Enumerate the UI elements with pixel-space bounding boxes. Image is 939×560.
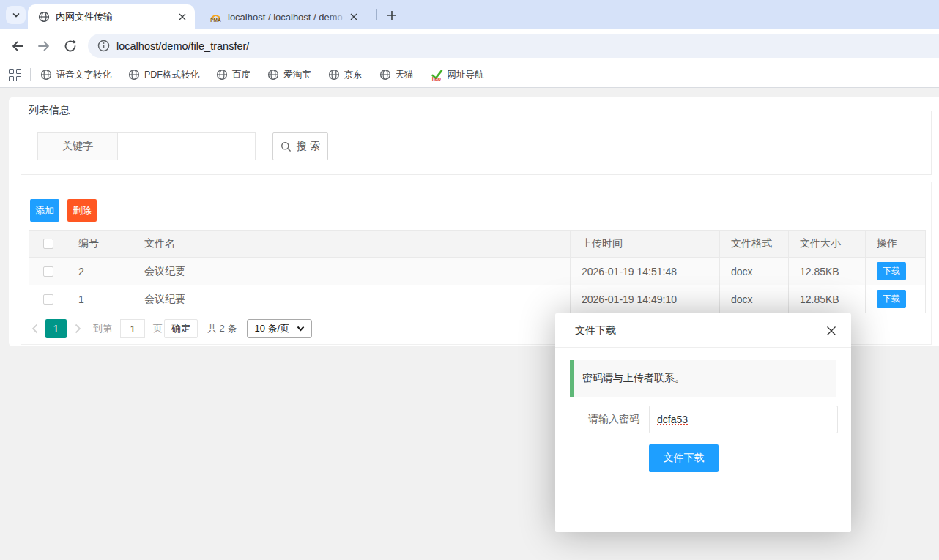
- magnifier-icon: [281, 141, 292, 152]
- row-checkbox[interactable]: [43, 266, 53, 277]
- bookmark-label: 语音文字转化: [56, 69, 111, 81]
- globe-icon: [328, 69, 340, 81]
- password-form-row: 请输入密码 dcfa53: [555, 406, 851, 433]
- main-card: 列表信息 关键字 搜 索 添加 删除: [9, 97, 939, 346]
- tab-search-button[interactable]: [6, 6, 26, 24]
- col-header-format: 文件格式: [720, 231, 789, 258]
- chevron-right-icon: [75, 324, 81, 334]
- download-button[interactable]: 下载: [877, 262, 906, 280]
- tab-close-icon[interactable]: [176, 10, 189, 23]
- chevron-down-icon: [12, 11, 21, 20]
- tab-file-transfer[interactable]: 内网文件传输: [28, 4, 195, 29]
- cell-uploaded: 2026-01-19 14:51:48: [571, 258, 720, 285]
- bookmark-item[interactable]: 百度: [216, 69, 250, 81]
- globe-favicon-icon: [38, 11, 50, 23]
- cell-size: 12.85KB: [789, 285, 866, 313]
- fieldset-legend: 列表信息: [21, 104, 77, 117]
- modal-download-button[interactable]: 文件下载: [649, 444, 719, 472]
- cell-size: 12.85KB: [789, 258, 866, 285]
- plus-icon: [387, 10, 397, 20]
- download-button[interactable]: 下载: [877, 290, 906, 308]
- page-content: 列表信息 关键字 搜 索 添加 删除: [0, 88, 939, 560]
- modal-close-button[interactable]: [824, 324, 839, 338]
- page-suffix-label: 页: [153, 322, 163, 335]
- cell-filename: 会议纪要: [133, 258, 571, 285]
- arrow-right-icon: [37, 39, 51, 53]
- chevron-down-icon: [297, 326, 305, 332]
- col-header-id: 编号: [67, 231, 133, 258]
- bookmarks-bar: 语音文字转化 PDF格式转化 百度 爱淘宝 京东 天猫 hao 网址导航: [0, 62, 939, 88]
- bookmark-item[interactable]: 天猫: [379, 69, 414, 81]
- password-label: 请输入密码: [585, 413, 639, 426]
- cell-id: 1: [67, 285, 133, 313]
- page-size-select[interactable]: 10 条/页: [247, 319, 312, 338]
- browser-toolbar: localhost/demo/file_transfer/: [0, 29, 939, 62]
- bookmark-item[interactable]: 语音文字转化: [40, 69, 111, 81]
- address-bar[interactable]: localhost/demo/file_transfer/: [88, 34, 939, 58]
- current-page-button[interactable]: 1: [45, 319, 67, 338]
- search-button[interactable]: 搜 索: [272, 132, 328, 160]
- goto-page-input[interactable]: [120, 319, 145, 338]
- bookmark-label: 百度: [232, 69, 250, 81]
- arrow-left-icon: [10, 39, 25, 53]
- total-count-label: 共 2 条: [207, 322, 237, 335]
- bookmark-label: 爱淘宝: [283, 69, 311, 81]
- x-icon: [179, 13, 186, 20]
- info-circle-icon[interactable]: [97, 40, 110, 52]
- password-value: dcfa53: [657, 414, 688, 425]
- table-row: 2 会议纪要 2026-01-19 14:51:48 docx 12.85KB …: [29, 258, 926, 285]
- x-icon: [826, 326, 836, 336]
- col-header-uploaded: 上传时间: [571, 231, 720, 258]
- svg-text:hao: hao: [431, 76, 440, 81]
- chevron-left-icon: [31, 324, 38, 334]
- new-tab-button[interactable]: [382, 6, 401, 24]
- goto-label: 到第: [93, 322, 112, 335]
- url-text: localhost/demo/file_transfer/: [116, 40, 249, 52]
- delete-button[interactable]: 删除: [67, 199, 97, 222]
- bookmark-item[interactable]: 爱淘宝: [267, 69, 311, 81]
- tab-phpmyadmin[interactable]: PMA localhost / localhost / demo: [199, 4, 366, 29]
- download-modal: 文件下载 密码请与上传者联系。 请输入密码 dcfa53 文件下载: [555, 313, 851, 532]
- table-header-row: 编号 文件名 上传时间 文件格式 文件大小 操作: [29, 231, 926, 258]
- tab-close-icon[interactable]: [347, 10, 360, 23]
- bookmark-item[interactable]: hao 网址导航: [431, 69, 484, 81]
- circular-arrow-icon: [63, 39, 78, 53]
- cell-id: 2: [67, 258, 133, 285]
- globe-icon: [216, 69, 228, 81]
- cell-format: docx: [720, 258, 789, 285]
- keyword-label: 关键字: [37, 132, 118, 160]
- password-input[interactable]: dcfa53: [649, 406, 838, 433]
- cell-format: docx: [720, 285, 789, 313]
- apps-grid-icon[interactable]: [9, 69, 21, 81]
- tab-title: localhost / localhost / demo: [228, 12, 347, 23]
- search-button-label: 搜 索: [297, 140, 320, 153]
- tab-title: 内网文件传输: [56, 10, 176, 23]
- bookmark-item[interactable]: PDF格式转化: [128, 69, 199, 81]
- forward-button[interactable]: [33, 35, 55, 57]
- svg-text:PMA: PMA: [210, 18, 221, 23]
- select-all-checkbox[interactable]: [43, 239, 53, 249]
- bookmark-item[interactable]: 京东: [328, 69, 363, 81]
- col-header-filename: 文件名: [133, 231, 571, 258]
- row-checkbox[interactable]: [43, 294, 53, 305]
- tab-strip: 内网文件传输 PMA localhost / localhost / demo: [0, 0, 939, 29]
- keyword-input[interactable]: [118, 132, 256, 160]
- search-row: 关键字 搜 索: [37, 132, 931, 160]
- action-buttons: 添加 删除: [30, 199, 924, 222]
- prev-page-icon[interactable]: [29, 324, 40, 334]
- password-notice: 密码请与上传者联系。: [570, 360, 836, 397]
- back-button[interactable]: [7, 35, 29, 57]
- goto-confirm-button[interactable]: 确定: [164, 319, 198, 338]
- col-header-action: 操作: [866, 231, 926, 258]
- phpmyadmin-favicon-icon: PMA: [209, 11, 222, 23]
- globe-icon: [379, 69, 391, 81]
- list-info-fieldset: 列表信息 关键字 搜 索: [21, 104, 932, 175]
- cell-filename: 会议纪要: [133, 285, 571, 313]
- modal-title: 文件下载: [555, 313, 851, 348]
- browser-window: 内网文件传输 PMA localhost / localhost / demo: [0, 0, 939, 560]
- page-size-value: 10 条/页: [254, 322, 289, 335]
- globe-icon: [128, 69, 140, 81]
- next-page-icon[interactable]: [72, 324, 83, 334]
- reload-button[interactable]: [59, 35, 81, 57]
- add-button[interactable]: 添加: [30, 199, 59, 222]
